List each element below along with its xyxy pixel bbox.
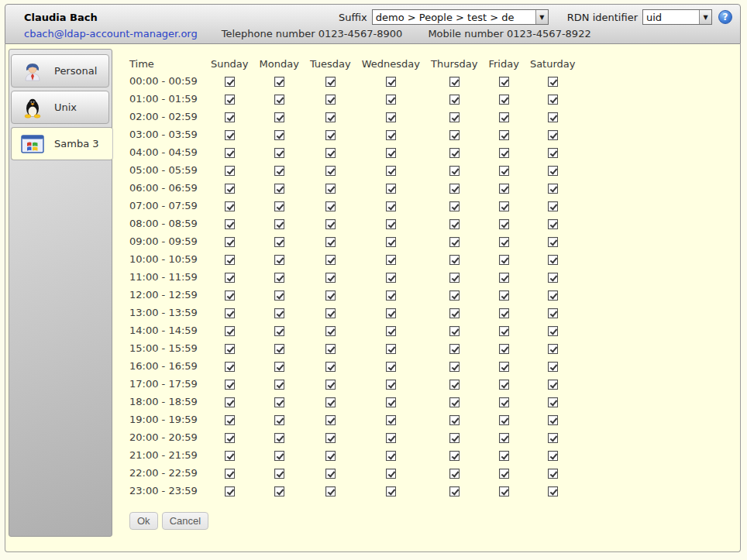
- hour-checkbox-sunday[interactable]: [225, 184, 235, 194]
- hour-checkbox-wednesday[interactable]: [386, 201, 396, 211]
- hour-checkbox-thursday[interactable]: [449, 273, 460, 283]
- hour-checkbox-tuesday[interactable]: [325, 112, 336, 122]
- tab-samba3[interactable]: Samba 3: [11, 127, 113, 160]
- hour-checkbox-tuesday[interactable]: [325, 184, 336, 194]
- hour-checkbox-thursday[interactable]: [449, 451, 460, 461]
- hour-checkbox-thursday[interactable]: [449, 290, 460, 301]
- hour-checkbox-friday[interactable]: [499, 94, 509, 105]
- hour-checkbox-monday[interactable]: [274, 219, 284, 229]
- hour-checkbox-tuesday[interactable]: [325, 362, 336, 372]
- hour-checkbox-thursday[interactable]: [449, 469, 460, 479]
- hour-checkbox-wednesday[interactable]: [386, 219, 396, 229]
- hour-checkbox-saturday[interactable]: [548, 308, 558, 318]
- hour-checkbox-wednesday[interactable]: [386, 433, 396, 443]
- hour-checkbox-wednesday[interactable]: [386, 326, 396, 336]
- hour-checkbox-friday[interactable]: [499, 380, 509, 390]
- hour-checkbox-saturday[interactable]: [548, 148, 558, 158]
- hour-checkbox-thursday[interactable]: [449, 219, 460, 229]
- hour-checkbox-sunday[interactable]: [225, 469, 235, 479]
- hour-checkbox-friday[interactable]: [499, 237, 509, 247]
- hour-checkbox-saturday[interactable]: [548, 397, 558, 407]
- hour-checkbox-monday[interactable]: [274, 94, 284, 105]
- hour-checkbox-friday[interactable]: [499, 486, 509, 496]
- hour-checkbox-monday[interactable]: [274, 148, 284, 158]
- hour-checkbox-tuesday[interactable]: [325, 380, 336, 390]
- hour-checkbox-thursday[interactable]: [449, 397, 460, 407]
- hour-checkbox-thursday[interactable]: [449, 237, 460, 247]
- suffix-select[interactable]: demo > People > test > de ▼: [372, 9, 549, 25]
- hour-checkbox-thursday[interactable]: [449, 433, 460, 443]
- hour-checkbox-wednesday[interactable]: [386, 184, 396, 194]
- hour-checkbox-monday[interactable]: [274, 201, 284, 211]
- hour-checkbox-friday[interactable]: [499, 344, 509, 354]
- tab-unix[interactable]: Unix: [11, 91, 109, 124]
- hour-checkbox-saturday[interactable]: [548, 486, 558, 496]
- hour-checkbox-tuesday[interactable]: [325, 94, 336, 105]
- hour-checkbox-monday[interactable]: [274, 130, 284, 140]
- hour-checkbox-thursday[interactable]: [449, 112, 460, 122]
- hour-checkbox-monday[interactable]: [274, 433, 284, 443]
- hour-checkbox-monday[interactable]: [274, 112, 284, 122]
- hour-checkbox-thursday[interactable]: [449, 148, 460, 158]
- hour-checkbox-saturday[interactable]: [548, 451, 558, 461]
- hour-checkbox-tuesday[interactable]: [325, 344, 336, 354]
- hour-checkbox-monday[interactable]: [274, 290, 284, 301]
- hour-checkbox-wednesday[interactable]: [386, 308, 396, 318]
- hour-checkbox-friday[interactable]: [499, 451, 509, 461]
- hour-checkbox-tuesday[interactable]: [325, 77, 336, 87]
- hour-checkbox-wednesday[interactable]: [386, 166, 396, 176]
- hour-checkbox-saturday[interactable]: [548, 201, 558, 211]
- hour-checkbox-thursday[interactable]: [449, 201, 460, 211]
- hour-checkbox-sunday[interactable]: [225, 77, 235, 87]
- hour-checkbox-saturday[interactable]: [548, 326, 558, 336]
- hour-checkbox-monday[interactable]: [274, 166, 284, 176]
- hour-checkbox-sunday[interactable]: [225, 219, 235, 229]
- hour-checkbox-friday[interactable]: [499, 273, 509, 283]
- hour-checkbox-monday[interactable]: [274, 486, 284, 496]
- hour-checkbox-saturday[interactable]: [548, 184, 558, 194]
- hour-checkbox-thursday[interactable]: [449, 415, 460, 425]
- hour-checkbox-tuesday[interactable]: [325, 130, 336, 140]
- hour-checkbox-monday[interactable]: [274, 237, 284, 247]
- hour-checkbox-wednesday[interactable]: [386, 451, 396, 461]
- hour-checkbox-saturday[interactable]: [548, 433, 558, 443]
- hour-checkbox-tuesday[interactable]: [325, 219, 336, 229]
- hour-checkbox-monday[interactable]: [274, 362, 284, 372]
- hour-checkbox-sunday[interactable]: [225, 148, 235, 158]
- hour-checkbox-wednesday[interactable]: [386, 273, 396, 283]
- hour-checkbox-wednesday[interactable]: [386, 130, 396, 140]
- hour-checkbox-monday[interactable]: [274, 415, 284, 425]
- hour-checkbox-tuesday[interactable]: [325, 308, 336, 318]
- hour-checkbox-thursday[interactable]: [449, 94, 460, 105]
- hour-checkbox-monday[interactable]: [274, 380, 284, 390]
- hour-checkbox-thursday[interactable]: [449, 362, 460, 372]
- hour-checkbox-thursday[interactable]: [449, 130, 460, 140]
- hour-checkbox-saturday[interactable]: [548, 415, 558, 425]
- hour-checkbox-sunday[interactable]: [225, 94, 235, 105]
- hour-checkbox-wednesday[interactable]: [386, 77, 396, 87]
- hour-checkbox-tuesday[interactable]: [325, 451, 336, 461]
- hour-checkbox-monday[interactable]: [274, 308, 284, 318]
- hour-checkbox-wednesday[interactable]: [386, 469, 396, 479]
- hour-checkbox-monday[interactable]: [274, 451, 284, 461]
- hour-checkbox-thursday[interactable]: [449, 308, 460, 318]
- hour-checkbox-tuesday[interactable]: [325, 255, 336, 265]
- hour-checkbox-tuesday[interactable]: [325, 415, 336, 425]
- hour-checkbox-monday[interactable]: [274, 397, 284, 407]
- hour-checkbox-friday[interactable]: [499, 112, 509, 122]
- hour-checkbox-sunday[interactable]: [225, 166, 235, 176]
- hour-checkbox-thursday[interactable]: [449, 380, 460, 390]
- hour-checkbox-tuesday[interactable]: [325, 148, 336, 158]
- hour-checkbox-tuesday[interactable]: [325, 201, 336, 211]
- hour-checkbox-friday[interactable]: [499, 166, 509, 176]
- hour-checkbox-sunday[interactable]: [225, 255, 235, 265]
- hour-checkbox-tuesday[interactable]: [325, 486, 336, 496]
- hour-checkbox-saturday[interactable]: [548, 290, 558, 301]
- hour-checkbox-monday[interactable]: [274, 326, 284, 336]
- hour-checkbox-wednesday[interactable]: [386, 94, 396, 105]
- hour-checkbox-tuesday[interactable]: [325, 469, 336, 479]
- hour-checkbox-tuesday[interactable]: [325, 273, 336, 283]
- hour-checkbox-saturday[interactable]: [548, 469, 558, 479]
- hour-checkbox-sunday[interactable]: [225, 237, 235, 247]
- hour-checkbox-sunday[interactable]: [225, 290, 235, 301]
